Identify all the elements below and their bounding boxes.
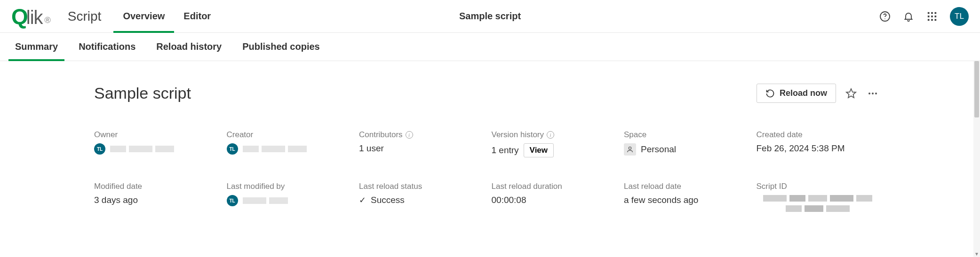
redacted-text xyxy=(243,197,288,204)
meta-owner: Owner TL xyxy=(94,130,217,157)
svg-rect-7 xyxy=(935,16,937,17)
meta-last-modified-by-value: TL xyxy=(227,195,350,206)
meta-space-value: Personal xyxy=(624,143,747,156)
svg-rect-8 xyxy=(928,19,930,21)
meta-grid: Owner TL Creator TL Contributors i 1 u xyxy=(94,130,879,212)
apps-grid-icon[interactable] xyxy=(926,11,938,22)
svg-rect-4 xyxy=(935,12,937,14)
meta-created-date-label: Created date xyxy=(757,130,880,140)
reload-now-label: Reload now xyxy=(780,88,827,98)
tab-editor[interactable]: Editor xyxy=(174,0,220,32)
redacted-text xyxy=(243,146,307,152)
meta-owner-label: Owner xyxy=(94,130,217,140)
content: Sample script Reload now Owner xyxy=(0,61,973,212)
reload-status-text: Success xyxy=(371,195,405,205)
meta-last-reload-status-value: ✓ Success xyxy=(359,195,482,205)
last-modified-by-avatar: TL xyxy=(227,195,238,206)
svg-rect-3 xyxy=(931,12,933,14)
version-history-count: 1 entry xyxy=(492,145,519,156)
title-row: Sample script Reload now xyxy=(94,84,879,103)
meta-space-label: Space xyxy=(624,130,747,140)
check-icon: ✓ xyxy=(359,195,366,205)
favorite-star-icon[interactable] xyxy=(845,87,858,100)
meta-version-history-label: Version history i xyxy=(492,130,615,140)
sub-tab-notifications[interactable]: Notifications xyxy=(68,33,146,61)
person-icon xyxy=(624,143,636,156)
meta-space: Space Personal xyxy=(624,130,747,157)
meta-creator: Creator TL xyxy=(227,130,350,157)
svg-point-12 xyxy=(868,93,870,94)
meta-modified-date-value: 3 days ago xyxy=(94,195,217,205)
meta-last-modified-by-label: Last modified by xyxy=(227,182,350,191)
svg-rect-2 xyxy=(928,12,930,14)
svg-rect-9 xyxy=(931,19,933,21)
meta-last-reload-duration-value: 00:00:08 xyxy=(492,195,615,205)
scrollbar[interactable]: ▲ ▼ xyxy=(973,61,980,257)
svg-point-15 xyxy=(629,147,631,149)
meta-modified-date: Modified date 3 days ago xyxy=(94,182,217,212)
meta-created-date: Created date Feb 26, 2024 5:38 PM xyxy=(757,130,880,157)
qlik-logo[interactable]: Qlik® xyxy=(11,4,51,29)
meta-version-history-label-text: Version history xyxy=(492,130,544,140)
scrollbar-down-icon[interactable]: ▼ xyxy=(973,250,980,257)
meta-contributors-label-text: Contributors xyxy=(359,130,403,140)
redacted-text xyxy=(786,205,850,212)
top-header: Qlik® Script Overview Editor Sample scri… xyxy=(0,0,980,33)
svg-marker-11 xyxy=(846,89,856,98)
meta-version-history: Version history i 1 entry View xyxy=(492,130,615,157)
meta-modified-date-label: Modified date xyxy=(94,182,217,191)
content-scroll: Sample script Reload now Owner xyxy=(0,61,973,257)
meta-contributors-value: 1 user xyxy=(359,143,482,154)
meta-last-reload-status-label: Last reload status xyxy=(359,182,482,191)
meta-script-id-value xyxy=(757,195,880,212)
meta-creator-label: Creator xyxy=(227,130,350,140)
meta-last-reload-date-value: a few seconds ago xyxy=(624,195,747,205)
svg-rect-5 xyxy=(928,16,930,17)
meta-last-reload-status: Last reload status ✓ Success xyxy=(359,182,482,212)
meta-last-reload-duration: Last reload duration 00:00:08 xyxy=(492,182,615,212)
page-title: Sample script xyxy=(94,84,191,102)
reload-icon xyxy=(765,89,775,98)
info-icon[interactable]: i xyxy=(406,131,413,139)
meta-script-id-label: Script ID xyxy=(757,182,880,191)
view-version-history-button[interactable]: View xyxy=(524,143,554,157)
creator-avatar: TL xyxy=(227,143,238,155)
scrollbar-thumb[interactable] xyxy=(974,61,979,117)
sub-tab-summary[interactable]: Summary xyxy=(5,33,68,61)
sub-tab-reload-history[interactable]: Reload history xyxy=(146,33,232,61)
meta-last-reload-date-label: Last reload date xyxy=(624,182,747,191)
tab-overview[interactable]: Overview xyxy=(113,0,174,32)
app-context: Script xyxy=(68,9,102,24)
owner-avatar: TL xyxy=(94,143,105,155)
info-icon[interactable]: i xyxy=(547,131,554,139)
bell-icon[interactable] xyxy=(903,11,914,22)
meta-owner-value: TL xyxy=(94,143,217,155)
svg-point-1 xyxy=(884,18,885,19)
title-actions: Reload now xyxy=(757,84,879,103)
sub-tabs: Summary Notifications Reload history Pub… xyxy=(0,33,980,61)
header-title: Sample script xyxy=(459,11,521,22)
meta-last-reload-date: Last reload date a few seconds ago xyxy=(624,182,747,212)
space-name: Personal xyxy=(641,144,676,155)
svg-point-13 xyxy=(872,93,874,94)
meta-last-modified-by: Last modified by TL xyxy=(227,182,350,212)
reload-now-button[interactable]: Reload now xyxy=(757,84,836,103)
redacted-text xyxy=(763,195,872,202)
meta-version-history-value: 1 entry View xyxy=(492,143,615,157)
header-right: TL xyxy=(879,7,969,26)
meta-last-reload-duration-label: Last reload duration xyxy=(492,182,615,191)
sub-tab-published-copies[interactable]: Published copies xyxy=(232,33,330,61)
redacted-text xyxy=(110,146,174,152)
help-icon[interactable] xyxy=(879,11,891,22)
user-avatar[interactable]: TL xyxy=(950,7,969,26)
meta-contributors: Contributors i 1 user xyxy=(359,130,482,157)
more-menu-icon[interactable] xyxy=(866,87,879,100)
meta-script-id: Script ID xyxy=(757,182,880,212)
top-tabs: Overview Editor xyxy=(113,0,220,32)
svg-point-14 xyxy=(875,93,877,94)
meta-contributors-label: Contributors i xyxy=(359,130,482,140)
svg-rect-6 xyxy=(931,16,933,17)
svg-rect-10 xyxy=(935,19,937,21)
meta-creator-value: TL xyxy=(227,143,350,155)
meta-created-date-value: Feb 26, 2024 5:38 PM xyxy=(757,143,880,154)
